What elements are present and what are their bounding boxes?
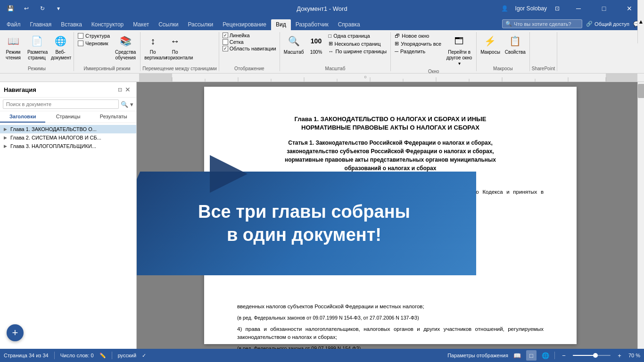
sharepoint-content [532,32,555,65]
tab-help[interactable]: Справка [333,19,365,30]
scrollbar-thumb[interactable] [638,84,644,98]
one-page-icon: □ [329,33,332,39]
split-button[interactable]: ─ Разделить [393,48,443,55]
tab-layout[interactable]: Макет [128,19,154,30]
ruler: 0 [0,74,644,82]
web-view-button[interactable]: 🌐 [540,350,551,361]
nav-search-options[interactable]: ▾ [130,101,133,108]
tab-file[interactable]: Файл [2,19,25,30]
nav-panel-checkbox [223,46,228,51]
nav-tab-results[interactable]: Результаты [91,111,136,123]
status-sep1 [54,352,55,359]
modes-group-label: Режимы [2,65,72,71]
nav-panel-check[interactable]: Область навигации [221,45,278,52]
nav-item-chapter3-text: Глава 3. НАЛОГОПЛАТЕЛЬЩИКИ... [10,143,132,149]
arrange-all-button[interactable]: ⊞ Упорядочить все [393,40,443,48]
share-restore-icon[interactable]: ⊡ [551,2,564,15]
nav-item-chapter1[interactable]: ▶ Глава 1. ЗАКОНОДАТЕЛЬСТВО О... [0,125,136,133]
draft-check[interactable]: Черновик [76,40,112,47]
vertical-button[interactable]: ↕ По вертикали [142,32,163,62]
nav-search-input[interactable] [3,99,119,109]
undo-icon[interactable]: ↩ [20,2,33,15]
doc-name: Документ1 [297,5,327,12]
nav-tab-headings[interactable]: Заголовки [0,111,45,123]
layout-mode-button[interactable]: 📄 Разметка страниц [25,32,48,62]
app-name: Word [333,5,347,12]
horizontal-button[interactable]: ↔ По горизонтали [164,32,186,62]
grid-checkbox [223,39,228,45]
tab-mailings[interactable]: Рассылки [183,19,218,30]
more-icon[interactable]: ▾ [52,2,65,15]
tab-developer[interactable]: Разработчик [291,19,333,30]
nav-expand-icon[interactable]: ⊡ [118,87,122,93]
tools-button[interactable]: 📚 Средства обучения [113,32,138,62]
vertical-scrollbar[interactable] [637,82,644,349]
nav-close-button[interactable]: ✕ [123,85,132,94]
switch-window-button[interactable]: 🗔 Перейти в другое окно ▾ [444,32,474,68]
maximize-button[interactable]: □ [593,0,615,17]
nav-header: Навигация ⊡ ✕ [0,82,136,98]
zoom-minus-button[interactable]: − [559,350,569,361]
page-width-icon: ↔ [329,49,334,54]
search-icon: 🔍 [505,21,512,27]
ribbon-tabs: Файл Главная Вставка Конструктор Макет С… [0,17,644,30]
nav-title: Навигация [4,86,36,93]
window-content: 🗗 Новое окно ⊞ Упорядочить все ─ Раздели… [393,32,474,68]
properties-button[interactable]: 📋 Свойства [503,32,528,56]
nav-item-chapter3[interactable]: ▶ Глава 3. НАЛОГОПЛАТЕЛЬЩИКИ... [0,142,136,150]
nav-tab-pages[interactable]: Страницы [45,111,91,123]
word-count: Число слов: 0 [60,353,94,358]
split-label: Разделить [400,49,425,54]
zoom-100-button[interactable]: 100 100% [307,32,326,56]
show-checks: Линейка Сетка Область навигации [221,32,278,52]
display-params: Параметры отображения [447,353,508,358]
zoom-handle[interactable] [593,353,598,358]
minimize-button[interactable]: ─ [568,0,589,17]
save-icon[interactable]: 💾 [4,2,17,15]
read-mode-button[interactable]: 📖 Режим чтения [2,32,25,62]
read-view-button[interactable]: 📖 [512,350,522,361]
structure-label: Структура [85,33,110,39]
share-button[interactable]: 🔗 Общий доступ [586,21,629,27]
grid-check[interactable]: Сетка [221,39,278,45]
title-separator: - [329,5,331,12]
tab-references[interactable]: Ссылки [154,19,183,30]
ribbon-collapse-button[interactable]: ▲ [637,0,644,43]
structure-check[interactable]: Структура [76,32,112,40]
tools-label: Средства обучения [115,49,136,61]
nav-arrow-chapter2: ▶ [4,135,10,140]
tab-design[interactable]: Конструктор [87,19,128,30]
tab-view[interactable]: Вид [271,19,291,30]
macros-button[interactable]: ⚡ Макросы [479,32,502,56]
web-mode-button[interactable]: 🌐 Веб-документ [49,32,72,62]
read-mode-icon: 📖 [6,33,21,49]
one-page-button[interactable]: □ Одна страница [327,32,389,40]
nav-item-chapter2[interactable]: ▶ Глава 2. СИСТЕМА НАЛОГОВ И СБ... [0,133,136,142]
immersive-group-label: Иммерсивный режим [76,65,138,71]
zoom-button[interactable]: 🔍 Масштаб [282,32,306,56]
doc-area[interactable]: Все три главы собраны в один документ! Г… [137,82,644,349]
zoom-slider[interactable] [573,355,611,356]
print-view-button[interactable]: □ [526,350,537,361]
tab-review[interactable]: Рецензирование [218,19,271,30]
add-floating-button[interactable]: + [7,324,24,341]
tab-home[interactable]: Главная [25,19,57,30]
window-btns: 🗗 Новое окно ⊞ Упорядочить все ─ Раздели… [393,32,443,55]
doc-article-title: Статья 1. Законодательство Российской Фе… [237,139,544,173]
tab-insert[interactable]: Вставка [56,19,87,30]
new-window-button[interactable]: 🗗 Новое окно [393,32,443,40]
redo-icon[interactable]: ↻ [36,2,49,15]
accessibility-icon[interactable]: 👤 [498,2,512,15]
ribbon-search-box[interactable]: 🔍 Что вы хотите сделать? [502,19,582,28]
zoom-100-icon: 100 [309,33,324,49]
nav-item-chapter1-text: Глава 1. ЗАКОНОДАТЕЛЬСТВО О... [10,126,132,132]
nav-search-button[interactable]: 🔍 [121,101,128,108]
ribbon-group-window: 🗗 Новое окно ⊞ Упорядочить все ─ Раздели… [391,32,477,71]
nav-list: ▶ Глава 1. ЗАКОНОДАТЕЛЬСТВО О... ▶ Глава… [0,123,136,349]
page-width-button[interactable]: ↔ По ширине страницы [327,48,389,55]
movement-content: ↕ По вертикали ↔ По горизонтали [142,32,217,65]
multi-page-button[interactable]: ⊞ Несколько страниц [327,40,389,48]
zoom-plus-button[interactable]: + [614,350,625,361]
ruler-check[interactable]: Линейка [221,32,278,39]
zoom-fill [573,355,595,356]
